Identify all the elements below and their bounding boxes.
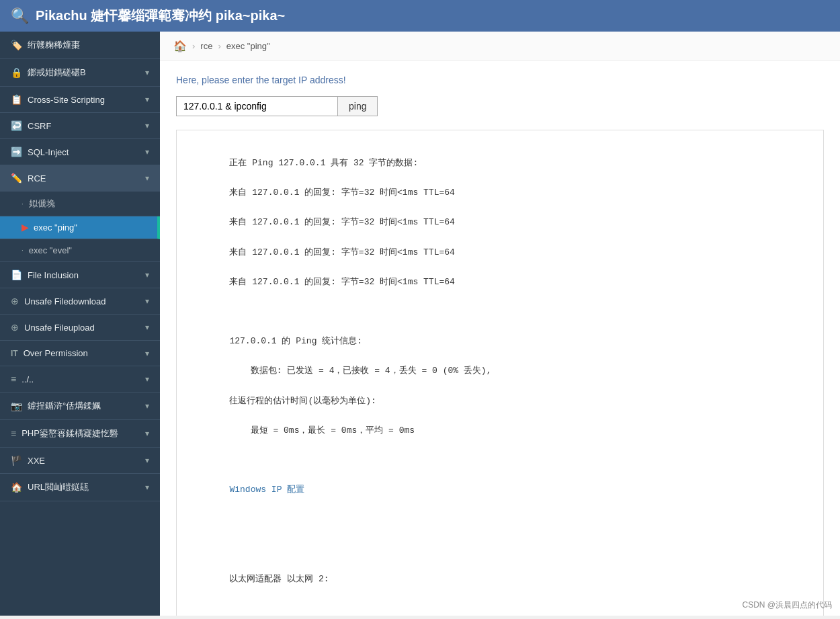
rce-icon: ✏️ <box>11 173 22 183</box>
sidebar-item-label: XXE <box>28 456 45 466</box>
output-stats-packets: 数据包: 已发送 = 4，已接收 = 4，丢失 = 0 (0% 丢失), <box>229 366 491 376</box>
output-stats-rtt: 最短 = 0ms，最长 = 0ms，平均 = 0ms <box>229 425 415 436</box>
php-icon: ≡ <box>11 428 16 439</box>
output-windows-ip: Windows IP 配置 <box>229 485 304 495</box>
chevron-down-icon: ▾ <box>145 296 149 306</box>
chevron-down-icon: ▾ <box>145 323 149 332</box>
sidebar-item-lock[interactable]: 🔒 鎯戒姏鐫磋碪B ▾ <box>0 59 160 87</box>
bullet-icon: · <box>22 247 24 254</box>
sidebar-item-label: SQL-Inject <box>28 147 69 157</box>
chevron-down-icon: ▾ <box>145 374 149 384</box>
chevron-down-icon: ▾ <box>145 270 149 280</box>
hint-text: Here, please enter the target IP address… <box>176 75 824 85</box>
app-title: Pikachu 婕忓馨缁彈範骞冲约 pika~pika~ <box>36 7 285 25</box>
download-icon: ⊕ <box>11 296 19 306</box>
permission-icon: IT <box>11 349 18 358</box>
output-stats-rtt-header: 往返行程的估计时间(以毫秒为单位): <box>229 396 376 406</box>
file-icon: 📄 <box>11 270 22 280</box>
sidebar-item-label: URL閲屾暟鎹瓺 <box>28 481 89 493</box>
chevron-down-icon: ▾ <box>145 429 149 438</box>
sidebar-item-camera[interactable]: 📷 鎼挰鍎浒°佸煹鍒姵 ▾ <box>0 393 160 420</box>
sidebar-subitem-rce-pia[interactable]: · 姒傂堍 <box>0 192 160 216</box>
sidebar-item-label: Unsafe Fileupload <box>24 323 95 333</box>
sidebar-item-overview[interactable]: 🏷️ 绗竷粷稀燑棗 <box>0 32 160 59</box>
chevron-down-icon: ▾ <box>145 456 149 465</box>
breadcrumb: 🏠 › rce › exec "ping" <box>160 32 840 61</box>
sidebar-item-unsafe-fileupload[interactable]: ⊕ Unsafe Fileupload ▾ <box>0 315 160 341</box>
main-layout: 🏷️ 绗竷粷稀燑棗 🔒 鎯戒姏鐫磋碪B ▾ 📋 Cross-Site Scrip… <box>0 32 840 616</box>
url-icon: 🏠 <box>11 482 22 493</box>
chevron-down-icon: ▾ <box>145 68 149 77</box>
home-icon: 🏠 <box>173 40 187 52</box>
csrf-icon: ↩️ <box>11 120 22 131</box>
sidebar-item-sql[interactable]: ➡️ SQL-Inject ▾ <box>0 139 160 165</box>
chevron-down-icon: ▾ <box>145 483 149 492</box>
breadcrumb-current: exec "ping" <box>226 41 270 51</box>
output-ping-line3: 来自 127.0.0.1 的回复: 字节=32 时间<1ms TTL=64 <box>229 217 454 227</box>
sidebar-item-over-permission[interactable]: IT Over Permission ▾ <box>0 341 160 366</box>
watermark: CSDN @浜晨四点的代码 <box>742 600 832 611</box>
ping-button[interactable]: ping <box>337 96 378 116</box>
app-header: 🔍 Pikachu 婕忓馨缁彈範骞冲约 pika~pika~ <box>0 0 840 32</box>
sidebar-item-label: 绗竷粷稀燑棗 <box>28 39 80 51</box>
tag-icon: 🏷️ <box>11 40 22 50</box>
output-box: 正在 Ping 127.0.0.1 具有 32 字节的数据: 来自 127.0.… <box>176 130 824 616</box>
ip-input[interactable] <box>176 96 337 116</box>
sidebar-subitem-rce-exec-ping[interactable]: ▶ exec "ping" <box>0 216 160 239</box>
sidebar-item-label: Over Permission <box>24 348 88 358</box>
chevron-down-icon: ▾ <box>145 349 149 358</box>
sidebar-item-label: RCE <box>28 173 46 183</box>
chevron-down-icon: ▾ <box>145 401 149 411</box>
dotdot-icon: ≡ <box>11 374 16 384</box>
lock-icon: 🔒 <box>11 67 22 78</box>
sidebar-item-file-inclusion[interactable]: 📄 File Inclusion ▾ <box>0 262 160 288</box>
subitem-label: exec "evel" <box>29 245 72 255</box>
sidebar-item-label: ../.. <box>22 374 34 384</box>
sidebar: 🏷️ 绗竷粷稀燑棗 🔒 鎯戒姏鐫磋碪B ▾ 📋 Cross-Site Scrip… <box>0 32 160 616</box>
input-row: ping <box>176 96 824 116</box>
subitem-label: exec "ping" <box>34 222 77 233</box>
sidebar-item-label: PHP鍙嶅簭鍒楀寲婕忔礊 <box>22 427 118 440</box>
sidebar-item-label: Unsafe Filedownload <box>24 296 106 306</box>
sidebar-item-label: Cross-Site Scripting <box>28 95 105 105</box>
sidebar-item-csrf[interactable]: ↩️ CSRF ▾ <box>0 113 160 139</box>
sql-icon: ➡️ <box>11 147 22 157</box>
sidebar-item-label: 鎯戒姏鐫磋碪B <box>28 67 86 79</box>
breadcrumb-separator2: › <box>218 41 220 51</box>
sidebar-item-rce[interactable]: ✏️ RCE ▾ <box>0 165 160 192</box>
sidebar-item-label: File Inclusion <box>28 270 79 280</box>
sidebar-item-unsafe-filedownload[interactable]: ⊕ Unsafe Filedownload ▾ <box>0 288 160 315</box>
sidebar-item-dotdot[interactable]: ≡ ../.. ▾ <box>0 366 160 393</box>
chevron-down-icon: ▾ <box>145 121 149 130</box>
sidebar-item-xxe[interactable]: 🏴 XXE ▾ <box>0 448 160 474</box>
camera-icon: 📷 <box>11 401 22 411</box>
sidebar-subitem-rce-exec-evel[interactable]: · exec "evel" <box>0 239 160 262</box>
xss-icon: 📋 <box>11 94 22 105</box>
content-area: Here, please enter the target IP address… <box>160 61 840 616</box>
chevron-down-icon: ▾ <box>145 173 149 183</box>
breadcrumb-separator: › <box>192 41 195 51</box>
arrow-icon: ▶ <box>22 222 28 233</box>
sidebar-item-php[interactable]: ≡ PHP鍙嶅簭鍒楀寲婕忔礊 ▾ <box>0 420 160 448</box>
output-ping-line4: 来自 127.0.0.1 的回复: 字节=32 时间<1ms TTL=64 <box>229 247 454 257</box>
chevron-down-icon: ▾ <box>145 147 149 157</box>
bullet-icon: · <box>22 200 24 208</box>
output-ping-line2: 来自 127.0.0.1 的回复: 字节=32 时间<1ms TTL=64 <box>229 188 454 198</box>
sidebar-item-label: 鎼挰鍎浒°佸煹鍒姵 <box>28 400 101 412</box>
output-ping-line1: 正在 Ping 127.0.0.1 具有 32 字节的数据: <box>229 158 418 168</box>
output-stats-header: 127.0.0.1 的 Ping 统计信息: <box>229 336 362 346</box>
sidebar-item-xss[interactable]: 📋 Cross-Site Scripting ▾ <box>0 87 160 113</box>
main-content: 🏠 › rce › exec "ping" Here, please enter… <box>160 32 840 616</box>
subitem-label: 姒傂堍 <box>29 198 55 210</box>
breadcrumb-rce[interactable]: rce <box>200 41 212 51</box>
output-ethernet-header: 以太网适配器 以太网 2: <box>229 574 329 584</box>
xxe-icon: 🏴 <box>11 455 22 466</box>
sidebar-item-url[interactable]: 🏠 URL閲屾暟鎹瓺 ▾ <box>0 474 160 501</box>
sidebar-item-label: CSRF <box>28 121 51 131</box>
header-icon: 🔍 <box>11 7 29 25</box>
upload-icon: ⊕ <box>11 322 19 333</box>
chevron-down-icon: ▾ <box>145 95 149 104</box>
output-ping-line5: 来自 127.0.0.1 的回复: 字节=32 时间<1ms TTL=64 <box>229 277 454 287</box>
